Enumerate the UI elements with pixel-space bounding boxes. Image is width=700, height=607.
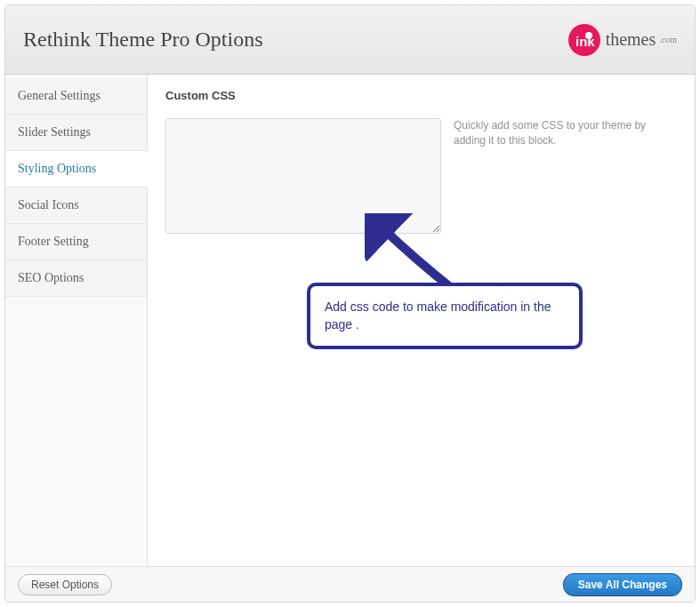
section-title: Custom CSS — [165, 89, 677, 102]
sidebar-item-label: General Settings — [18, 89, 101, 102]
annotation-callout: Add css code to make modification in the… — [307, 283, 583, 349]
panel-footer: Reset Options Save All Changes — [5, 566, 695, 602]
sidebar-item-label: Slider Settings — [18, 125, 91, 139]
sidebar-item-label: Footer Setting — [18, 235, 89, 248]
panel-header: Rethink Theme Pro Options ink themes .co… — [5, 5, 695, 75]
sidebar-item-general-settings[interactable]: General Settings — [5, 78, 147, 115]
svg-text:ink: ink — [575, 34, 595, 49]
sidebar-item-social-icons[interactable]: Social Icons — [5, 188, 147, 224]
helper-text: Quickly add some CSS to your theme by ad… — [454, 118, 667, 149]
brand-logo: ink themes .com — [567, 22, 677, 58]
logo-icon: ink — [567, 22, 602, 58]
save-button[interactable]: Save All Changes — [563, 573, 682, 596]
sidebar-item-slider-settings[interactable]: Slider Settings — [5, 115, 147, 151]
annotation-text: Add css code to make modification in the… — [325, 300, 551, 331]
sidebar-item-styling-options[interactable]: Styling Options — [5, 151, 148, 188]
logo-suffix: .com — [659, 35, 677, 44]
sidebar: General Settings Slider Settings Styling… — [5, 75, 148, 566]
sidebar-item-label: Social Icons — [18, 198, 79, 212]
custom-css-textarea[interactable] — [165, 118, 441, 234]
reset-button[interactable]: Reset Options — [18, 574, 112, 595]
logo-text: themes — [606, 29, 656, 50]
sidebar-item-label: Styling Options — [18, 162, 96, 175]
sidebar-item-footer-setting[interactable]: Footer Setting — [5, 224, 147, 260]
sidebar-item-seo-options[interactable]: SEO Options — [5, 260, 147, 297]
field-row-custom-css: Quickly add some CSS to your theme by ad… — [165, 118, 677, 234]
sidebar-item-label: SEO Options — [18, 271, 84, 284]
page-title: Rethink Theme Pro Options — [23, 28, 263, 52]
